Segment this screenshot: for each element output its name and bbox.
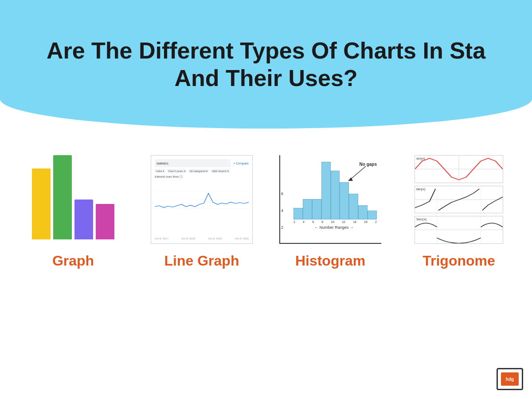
bar-1 bbox=[32, 168, 51, 239]
bar-graph-item: Graph bbox=[13, 146, 133, 269]
line-graph-label: Line Graph bbox=[164, 253, 239, 269]
lg-filters: India ▾ Past 5 years ▾ All categories ▾ … bbox=[155, 169, 249, 173]
hist-bar-5 bbox=[331, 171, 340, 219]
chart-gallery: Graph statistics + Compare India ▾ Past … bbox=[0, 129, 532, 278]
bar-4 bbox=[96, 204, 114, 239]
hist-x-labels: 2 4 6 8 10 12 14 16 2 bbox=[293, 220, 377, 223]
trig-sec-label: Sec(x) bbox=[416, 217, 426, 221]
trig-sin-label: sin(x) bbox=[416, 156, 425, 160]
lg-y-label: Interest over time ⓘ bbox=[155, 175, 249, 179]
tan-svg bbox=[415, 186, 503, 213]
logo-inner: hdg bbox=[501, 372, 519, 386]
bar-graph-label: Graph bbox=[52, 253, 94, 269]
trig-item: sin(x) tan(x) bbox=[399, 146, 519, 269]
line-graph-visual: statistics + Compare India ▾ Past 5 year… bbox=[149, 146, 255, 244]
histogram-label: Histogram bbox=[295, 253, 365, 269]
histogram-item: No gaps bbox=[270, 146, 390, 269]
bar-2 bbox=[53, 155, 72, 239]
trig-sec-graph: Sec(x) bbox=[415, 216, 503, 244]
hist-x-axis-label: ← Number Ranges → bbox=[291, 225, 377, 230]
lg-header: statistics + Compare bbox=[155, 159, 249, 167]
lg-filter-cat: All categories ▾ bbox=[188, 169, 209, 173]
svg-line-3 bbox=[350, 166, 366, 180]
lg-filter-web: Web Search ▾ bbox=[211, 169, 230, 173]
trig-container: sin(x) tan(x) bbox=[415, 155, 503, 244]
histogram-container: No gaps bbox=[279, 155, 381, 244]
sec-svg bbox=[415, 216, 503, 243]
lg-search-box: statistics bbox=[155, 159, 231, 167]
bar-chart bbox=[32, 155, 114, 244]
hist-bar-3 bbox=[312, 199, 321, 219]
page-title: Are The Different Types Of Charts In Sta… bbox=[29, 37, 503, 92]
hist-bar-8 bbox=[358, 205, 368, 219]
sin-svg bbox=[415, 156, 503, 183]
lg-filter-years: Past 5 years ▾ bbox=[167, 169, 187, 173]
hist-bar-4 bbox=[321, 162, 331, 219]
lg-filter-india: India ▾ bbox=[155, 169, 165, 173]
logo: hdg bbox=[497, 368, 523, 390]
trig-tan-label: tan(x) bbox=[416, 187, 425, 191]
histogram-visual: No gaps bbox=[277, 146, 383, 244]
lg-dates: Oct 8, 2017 Oct 8, 2018 Oct 8, 2019 Oct … bbox=[155, 237, 249, 240]
trig-visual: sin(x) tan(x) bbox=[406, 146, 512, 244]
hist-bar-7 bbox=[349, 194, 358, 219]
trig-tan-graph: tan(x) bbox=[415, 186, 503, 214]
bar-graph-visual bbox=[20, 146, 126, 244]
trig-sin-graph: sin(x) bbox=[415, 155, 503, 183]
line-graph-item: statistics + Compare India ▾ Past 5 year… bbox=[142, 146, 262, 269]
bar-3 bbox=[74, 200, 93, 239]
hist-bar-1 bbox=[293, 208, 303, 219]
hist-bar-2 bbox=[303, 199, 312, 219]
lg-chart-area bbox=[155, 180, 249, 236]
line-svg bbox=[155, 180, 249, 215]
lg-compare-btn: + Compare bbox=[233, 162, 249, 165]
hist-arrow bbox=[341, 164, 368, 182]
hist-bar-6 bbox=[340, 182, 349, 219]
header-section: Are The Different Types Of Charts In Sta… bbox=[0, 0, 532, 129]
logo-text: hdg bbox=[506, 377, 514, 382]
trig-label: Trigonome bbox=[422, 253, 495, 269]
line-graph-container: statistics + Compare India ▾ Past 5 year… bbox=[151, 155, 253, 244]
hist-bar-9 bbox=[368, 211, 377, 219]
hist-y-labels: 2 4 6 bbox=[281, 192, 283, 230]
